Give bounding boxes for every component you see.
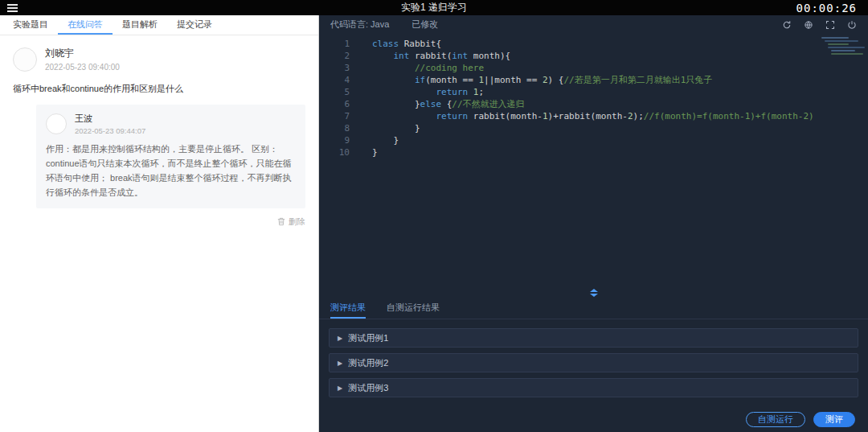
line-number: 6 (335, 98, 350, 110)
page-title: 实验1 递归学习 (0, 1, 868, 14)
evaluate-button[interactable]: 测评 (813, 412, 855, 427)
code-line[interactable]: 1class Rabbit{ (319, 38, 868, 50)
qa-panel: 实验题目 在线问答 题目解析 提交记录 刘晓宇 2022-05-23 09:40… (0, 15, 319, 432)
minimap[interactable] (821, 37, 863, 64)
code-line[interactable]: 7 return rabbit(month-1)+rabbit(month-2)… (319, 110, 868, 122)
hamburger-icon (7, 4, 18, 12)
resize-down-icon (590, 294, 598, 297)
line-number: 8 (335, 122, 350, 134)
line-number: 10 (335, 146, 350, 158)
timer: 00:00:26 (796, 2, 868, 14)
top-bar: 实验1 递归学习 00:00:26 (0, 0, 868, 15)
test-case-label: 测试用例2 (348, 357, 388, 369)
action-bar: 自测运行 测评 (319, 406, 868, 432)
resize-up-icon (590, 289, 598, 292)
tab-online-qa[interactable]: 在线问答 (58, 15, 113, 35)
caret-right-icon: ▶ (338, 385, 342, 392)
left-tab-bar: 实验题目 在线问答 题目解析 提交记录 (0, 15, 318, 35)
line-number: 9 (335, 134, 350, 146)
qa-content: 刘晓宇 2022-05-23 09:40:00 循环中break和continu… (0, 35, 318, 432)
code-editor[interactable]: 1class Rabbit{2 int rabbit(int month){3 … (319, 34, 868, 287)
code-line[interactable]: 9 } (319, 134, 868, 146)
line-number: 1 (335, 38, 350, 50)
code-line[interactable]: 3 //coding here (319, 62, 868, 74)
tab-experiment-topic[interactable]: 实验题目 (3, 15, 58, 35)
code-line[interactable]: 5 return 1; (319, 86, 868, 98)
test-case-1[interactable]: ▶ 测试用例1 (329, 328, 858, 348)
delete-button[interactable]: 删除 (13, 216, 305, 228)
line-number: 5 (335, 86, 350, 98)
trash-icon (277, 217, 285, 226)
line-number: 3 (335, 62, 350, 74)
code-line[interactable]: 6 }else {//不然就进入递归 (319, 98, 868, 110)
reply-card: 王波 2022-05-23 09:44:07 作用：都是用来控制循环结构的，主要… (36, 105, 305, 208)
power-icon[interactable] (846, 19, 857, 30)
test-case-label: 测试用例3 (348, 382, 388, 394)
menu-icon[interactable] (0, 0, 24, 15)
sync-icon[interactable] (781, 19, 792, 30)
language-label: 代码语言: Java (330, 19, 389, 31)
code-line[interactable]: 2 int rabbit(int month){ (319, 50, 868, 62)
test-case-list: ▶ 测试用例1 ▶ 测试用例2 ▶ 测试用例3 (319, 319, 868, 406)
fullscreen-icon[interactable] (825, 19, 835, 30)
line-number: 2 (335, 50, 350, 62)
line-number: 7 (335, 110, 350, 122)
self-test-run-button[interactable]: 自测运行 (746, 412, 805, 427)
app-window: 实验1 递归学习 00:00:26 实验题目 在线问答 题目解析 提交记录 刘晓… (0, 0, 868, 432)
question-avatar (13, 47, 37, 72)
line-number: 4 (335, 74, 350, 86)
tab-submit-history[interactable]: 提交记录 (167, 15, 222, 35)
reply-date: 2022-05-23 09:44:07 (75, 126, 145, 135)
question-author: 刘晓宇 (45, 47, 120, 60)
test-case-2[interactable]: ▶ 测试用例2 (329, 353, 858, 372)
tab-topic-analysis[interactable]: 题目解析 (113, 15, 167, 35)
code-line[interactable]: 10} (319, 146, 868, 158)
caret-right-icon: ▶ (338, 335, 342, 342)
tab-selftest-result[interactable]: 自测运行结果 (387, 298, 440, 319)
caret-right-icon: ▶ (338, 360, 342, 367)
question-text: 循环中break和continue的作用和区别是什么 (13, 83, 305, 95)
modified-label: 已修改 (411, 19, 438, 31)
question-date: 2022-05-23 09:40:00 (45, 63, 120, 72)
test-case-label: 测试用例1 (348, 332, 388, 344)
code-line[interactable]: 8 } (319, 122, 868, 134)
code-lines: 1class Rabbit{2 int rabbit(int month){3 … (319, 38, 868, 158)
reply-text: 作用：都是用来控制循环结构的，主要是停止循环。 区别： continue语句只结… (46, 142, 296, 200)
settings-icon[interactable] (803, 19, 813, 30)
reply-author: 王波 (75, 113, 145, 125)
reply-avatar (46, 113, 67, 134)
resize-handle[interactable] (319, 287, 868, 298)
code-line[interactable]: 4 if(month == 1||month == 2) {//若是第一月和第二… (319, 74, 868, 86)
results-tab-bar: 测评结果 自测运行结果 (319, 298, 868, 319)
editor-header: 代码语言: Java 已修改 (319, 15, 868, 34)
delete-label: 删除 (289, 216, 305, 228)
test-case-3[interactable]: ▶ 测试用例3 (329, 378, 858, 397)
code-panel: 代码语言: Java 已修改 (319, 15, 868, 432)
tab-eval-result[interactable]: 测评结果 (330, 298, 366, 319)
